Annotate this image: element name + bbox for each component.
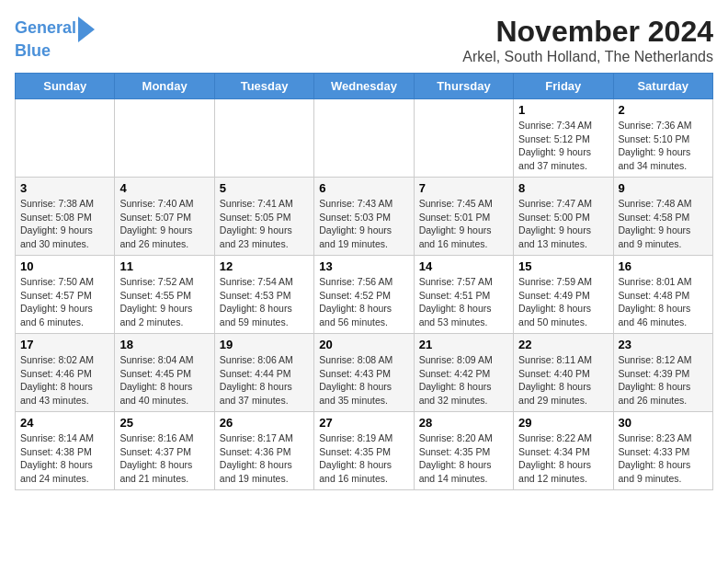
calendar-cell: 2Sunrise: 7:36 AM Sunset: 5:10 PM Daylig… [613,99,712,178]
calendar-cell: 17Sunrise: 8:02 AM Sunset: 4:46 PM Dayli… [16,334,115,412]
day-info: Sunrise: 8:19 AM Sunset: 4:35 PM Dayligh… [319,431,408,486]
day-info: Sunrise: 7:52 AM Sunset: 4:55 PM Dayligh… [119,275,209,329]
day-number: 22 [518,338,608,351]
calendar-cell: 9Sunrise: 7:48 AM Sunset: 4:58 PM Daylig… [613,178,712,256]
calendar-cell: 30Sunrise: 8:23 AM Sunset: 4:33 PM Dayli… [613,412,712,490]
logo-text-line2: Blue [15,42,95,61]
day-info: Sunrise: 8:06 AM Sunset: 4:44 PM Dayligh… [220,353,309,408]
weekday-header-sunday: Sunday [16,74,115,99]
day-number: 21 [419,338,508,351]
day-number: 4 [119,181,209,195]
calendar-cell: 13Sunrise: 7:56 AM Sunset: 4:52 PM Dayli… [314,256,414,334]
day-number: 3 [20,181,109,195]
day-info: Sunrise: 8:08 AM Sunset: 4:43 PM Dayligh… [319,353,408,408]
day-info: Sunrise: 7:38 AM Sunset: 5:08 PM Dayligh… [20,197,109,251]
calendar-week-1: 1Sunrise: 7:34 AM Sunset: 5:12 PM Daylig… [16,99,713,178]
logo-text-line1: General [15,19,76,38]
calendar-cell: 5Sunrise: 7:41 AM Sunset: 5:05 PM Daylig… [214,178,313,256]
day-number: 7 [419,181,508,195]
day-info: Sunrise: 7:50 AM Sunset: 4:57 PM Dayligh… [20,275,109,329]
day-number: 25 [119,416,209,430]
calendar-cell: 23Sunrise: 8:12 AM Sunset: 4:39 PM Dayli… [613,334,712,412]
calendar-week-2: 3Sunrise: 7:38 AM Sunset: 5:08 PM Daylig… [16,178,713,256]
weekday-header-friday: Friday [514,74,613,99]
calendar-cell: 10Sunrise: 7:50 AM Sunset: 4:57 PM Dayli… [16,256,115,334]
calendar-cell: 29Sunrise: 8:22 AM Sunset: 4:34 PM Dayli… [514,412,613,490]
day-info: Sunrise: 8:20 AM Sunset: 4:35 PM Dayligh… [419,431,508,486]
day-number: 13 [319,259,408,273]
day-number: 29 [518,416,608,430]
day-info: Sunrise: 7:40 AM Sunset: 5:07 PM Dayligh… [119,197,209,251]
day-number: 12 [220,259,309,273]
calendar-cell: 19Sunrise: 8:06 AM Sunset: 4:44 PM Dayli… [214,334,313,412]
day-number: 8 [518,181,608,195]
day-info: Sunrise: 8:09 AM Sunset: 4:42 PM Dayligh… [419,353,508,408]
day-info: Sunrise: 7:54 AM Sunset: 4:53 PM Dayligh… [220,275,309,329]
calendar-cell: 1Sunrise: 7:34 AM Sunset: 5:12 PM Daylig… [514,99,613,178]
logo: General Blue [15,15,95,61]
day-info: Sunrise: 7:59 AM Sunset: 4:49 PM Dayligh… [518,275,608,329]
title-block: November 2024 Arkel, South Holland, The … [462,15,713,65]
weekday-header-saturday: Saturday [613,74,712,99]
weekday-header-tuesday: Tuesday [214,74,313,99]
calendar-cell: 18Sunrise: 8:04 AM Sunset: 4:45 PM Dayli… [115,334,214,412]
calendar-cell: 25Sunrise: 8:16 AM Sunset: 4:37 PM Dayli… [115,412,214,490]
day-info: Sunrise: 7:43 AM Sunset: 5:03 PM Dayligh… [319,197,408,251]
day-number: 10 [20,259,109,273]
calendar-week-5: 24Sunrise: 8:14 AM Sunset: 4:38 PM Dayli… [16,412,713,490]
day-number: 17 [20,338,109,351]
day-info: Sunrise: 7:45 AM Sunset: 5:01 PM Dayligh… [419,197,508,251]
calendar-cell [16,99,115,178]
day-info: Sunrise: 8:04 AM Sunset: 4:45 PM Dayligh… [119,353,209,408]
day-info: Sunrise: 7:36 AM Sunset: 5:10 PM Dayligh… [619,119,708,173]
day-number: 19 [220,338,309,351]
day-info: Sunrise: 7:48 AM Sunset: 4:58 PM Dayligh… [619,197,708,251]
calendar-cell: 20Sunrise: 8:08 AM Sunset: 4:43 PM Dayli… [314,334,414,412]
calendar-cell: 21Sunrise: 8:09 AM Sunset: 4:42 PM Dayli… [414,334,513,412]
logo-arrow-icon [78,17,95,42]
weekday-header-wednesday: Wednesday [314,74,414,99]
calendar-week-4: 17Sunrise: 8:02 AM Sunset: 4:46 PM Dayli… [16,334,713,412]
day-info: Sunrise: 8:02 AM Sunset: 4:46 PM Dayligh… [20,353,109,408]
calendar-cell: 24Sunrise: 8:14 AM Sunset: 4:38 PM Dayli… [16,412,115,490]
day-number: 23 [619,338,708,351]
calendar-cell [214,99,313,178]
day-number: 24 [20,416,109,430]
calendar-cell: 3Sunrise: 7:38 AM Sunset: 5:08 PM Daylig… [16,178,115,256]
day-number: 26 [220,416,309,430]
day-number: 16 [619,259,708,273]
day-number: 20 [319,338,408,351]
calendar-cell: 4Sunrise: 7:40 AM Sunset: 5:07 PM Daylig… [115,178,214,256]
calendar-cell: 6Sunrise: 7:43 AM Sunset: 5:03 PM Daylig… [314,178,414,256]
location-subtitle: Arkel, South Holland, The Netherlands [462,49,713,65]
day-info: Sunrise: 7:56 AM Sunset: 4:52 PM Dayligh… [319,275,408,329]
page-header: General Blue November 2024 Arkel, South … [15,15,713,65]
calendar-cell [115,99,214,178]
day-info: Sunrise: 7:34 AM Sunset: 5:12 PM Dayligh… [518,119,608,173]
weekday-header-thursday: Thursday [414,74,513,99]
calendar-cell: 14Sunrise: 7:57 AM Sunset: 4:51 PM Dayli… [414,256,513,334]
day-number: 6 [319,181,408,195]
day-info: Sunrise: 8:17 AM Sunset: 4:36 PM Dayligh… [220,431,309,486]
day-number: 27 [319,416,408,430]
day-number: 11 [119,259,209,273]
calendar-cell: 22Sunrise: 8:11 AM Sunset: 4:40 PM Dayli… [514,334,613,412]
calendar-cell: 12Sunrise: 7:54 AM Sunset: 4:53 PM Dayli… [214,256,313,334]
month-title: November 2024 [462,15,713,49]
day-number: 2 [619,103,708,117]
day-info: Sunrise: 7:41 AM Sunset: 5:05 PM Dayligh… [220,197,309,251]
day-info: Sunrise: 8:16 AM Sunset: 4:37 PM Dayligh… [119,431,209,486]
day-number: 14 [419,259,508,273]
calendar-cell: 28Sunrise: 8:20 AM Sunset: 4:35 PM Dayli… [414,412,513,490]
calendar-cell: 15Sunrise: 7:59 AM Sunset: 4:49 PM Dayli… [514,256,613,334]
weekday-header-row: SundayMondayTuesdayWednesdayThursdayFrid… [16,74,713,99]
calendar-cell: 11Sunrise: 7:52 AM Sunset: 4:55 PM Dayli… [115,256,214,334]
day-info: Sunrise: 8:01 AM Sunset: 4:48 PM Dayligh… [619,275,708,329]
day-info: Sunrise: 7:47 AM Sunset: 5:00 PM Dayligh… [518,197,608,251]
calendar-cell: 16Sunrise: 8:01 AM Sunset: 4:48 PM Dayli… [613,256,712,334]
day-number: 18 [119,338,209,351]
day-info: Sunrise: 8:22 AM Sunset: 4:34 PM Dayligh… [518,431,608,486]
calendar-cell: 7Sunrise: 7:45 AM Sunset: 5:01 PM Daylig… [414,178,513,256]
calendar-table: SundayMondayTuesdayWednesdayThursdayFrid… [15,73,713,490]
day-number: 5 [220,181,309,195]
